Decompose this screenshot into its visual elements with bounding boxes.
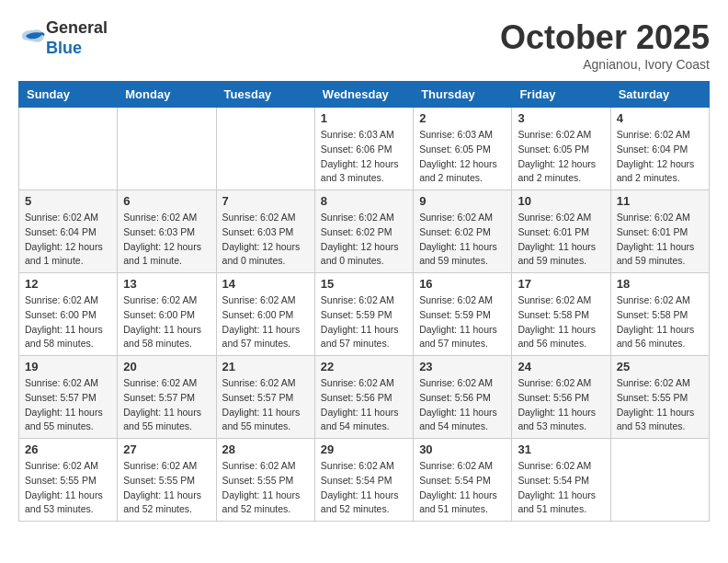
day-cell-31: 31Sunrise: 6:02 AM Sunset: 5:54 PM Dayli…: [512, 439, 610, 522]
day-number: 6: [123, 194, 210, 208]
logo-text: General Blue: [46, 18, 108, 58]
day-info: Sunrise: 6:03 AM Sunset: 6:05 PM Dayligh…: [419, 128, 506, 186]
weekday-header-thursday: Thursday: [414, 82, 512, 108]
day-cell-10: 10Sunrise: 6:02 AM Sunset: 6:01 PM Dayli…: [512, 190, 610, 273]
day-info: Sunrise: 6:02 AM Sunset: 5:59 PM Dayligh…: [321, 293, 407, 351]
day-cell-14: 14Sunrise: 6:02 AM Sunset: 6:00 PM Dayli…: [216, 273, 314, 356]
day-number: 9: [419, 194, 506, 208]
day-number: 26: [25, 442, 111, 456]
day-info: Sunrise: 6:02 AM Sunset: 5:57 PM Dayligh…: [123, 376, 210, 434]
empty-cell: [610, 439, 709, 522]
day-cell-3: 3Sunrise: 6:02 AM Sunset: 6:05 PM Daylig…: [512, 108, 610, 190]
weekday-header-tuesday: Tuesday: [216, 82, 314, 108]
day-number: 21: [222, 360, 309, 373]
day-number: 28: [222, 442, 309, 456]
location: Agnianou, Ivory Coast: [500, 57, 710, 72]
day-cell-25: 25Sunrise: 6:02 AM Sunset: 5:55 PM Dayli…: [610, 356, 709, 439]
day-number: 24: [518, 360, 604, 373]
day-cell-12: 12Sunrise: 6:02 AM Sunset: 6:00 PM Dayli…: [19, 273, 118, 356]
day-number: 3: [518, 111, 604, 125]
day-cell-28: 28Sunrise: 6:02 AM Sunset: 5:55 PM Dayli…: [216, 439, 314, 522]
day-number: 14: [222, 277, 309, 291]
day-info: Sunrise: 6:02 AM Sunset: 6:02 PM Dayligh…: [321, 211, 407, 269]
day-number: 1: [321, 111, 407, 125]
day-number: 4: [617, 111, 703, 125]
day-cell-4: 4Sunrise: 6:02 AM Sunset: 6:04 PM Daylig…: [610, 108, 709, 190]
day-cell-8: 8Sunrise: 6:02 AM Sunset: 6:02 PM Daylig…: [314, 190, 413, 273]
day-info: Sunrise: 6:02 AM Sunset: 5:55 PM Dayligh…: [617, 376, 703, 434]
day-info: Sunrise: 6:02 AM Sunset: 5:57 PM Dayligh…: [25, 376, 111, 434]
day-info: Sunrise: 6:02 AM Sunset: 5:57 PM Dayligh…: [222, 376, 309, 434]
week-row-2: 5Sunrise: 6:02 AM Sunset: 6:04 PM Daylig…: [19, 190, 710, 273]
day-number: 30: [419, 442, 506, 456]
day-info: Sunrise: 6:02 AM Sunset: 6:03 PM Dayligh…: [222, 211, 309, 269]
day-number: 15: [321, 277, 407, 291]
day-number: 18: [617, 277, 703, 291]
day-number: 20: [123, 360, 210, 373]
day-info: Sunrise: 6:02 AM Sunset: 5:58 PM Dayligh…: [518, 293, 604, 351]
day-number: 23: [419, 360, 506, 373]
day-cell-23: 23Sunrise: 6:02 AM Sunset: 5:56 PM Dayli…: [414, 356, 512, 439]
day-info: Sunrise: 6:02 AM Sunset: 5:55 PM Dayligh…: [222, 459, 309, 517]
logo-icon: [20, 29, 46, 49]
weekday-header-saturday: Saturday: [610, 82, 709, 108]
day-info: Sunrise: 6:02 AM Sunset: 5:55 PM Dayligh…: [25, 459, 111, 517]
day-info: Sunrise: 6:02 AM Sunset: 5:59 PM Dayligh…: [419, 293, 506, 351]
day-cell-11: 11Sunrise: 6:02 AM Sunset: 6:01 PM Dayli…: [610, 190, 709, 273]
weekday-header-monday: Monday: [118, 82, 216, 108]
day-number: 10: [518, 194, 604, 208]
day-cell-6: 6Sunrise: 6:02 AM Sunset: 6:03 PM Daylig…: [118, 190, 216, 273]
day-cell-22: 22Sunrise: 6:02 AM Sunset: 5:56 PM Dayli…: [314, 356, 413, 439]
calendar-table: SundayMondayTuesdayWednesdayThursdayFrid…: [18, 81, 710, 522]
day-info: Sunrise: 6:02 AM Sunset: 6:01 PM Dayligh…: [617, 211, 703, 269]
day-info: Sunrise: 6:02 AM Sunset: 6:00 PM Dayligh…: [123, 293, 210, 351]
weekday-header-sunday: Sunday: [19, 82, 118, 108]
week-row-5: 26Sunrise: 6:02 AM Sunset: 5:55 PM Dayli…: [19, 439, 710, 522]
weekday-header-wednesday: Wednesday: [314, 82, 413, 108]
day-cell-9: 9Sunrise: 6:02 AM Sunset: 6:02 PM Daylig…: [414, 190, 512, 273]
day-number: 13: [123, 277, 210, 291]
day-info: Sunrise: 6:02 AM Sunset: 6:02 PM Dayligh…: [419, 211, 506, 269]
day-cell-7: 7Sunrise: 6:02 AM Sunset: 6:03 PM Daylig…: [216, 190, 314, 273]
day-cell-21: 21Sunrise: 6:02 AM Sunset: 5:57 PM Dayli…: [216, 356, 314, 439]
day-info: Sunrise: 6:02 AM Sunset: 5:54 PM Dayligh…: [321, 459, 407, 517]
day-info: Sunrise: 6:02 AM Sunset: 6:05 PM Dayligh…: [518, 128, 604, 186]
day-cell-16: 16Sunrise: 6:02 AM Sunset: 5:59 PM Dayli…: [414, 273, 512, 356]
day-info: Sunrise: 6:02 AM Sunset: 5:58 PM Dayligh…: [617, 293, 703, 351]
day-number: 19: [25, 360, 111, 373]
day-number: 5: [25, 194, 111, 208]
empty-cell: [118, 108, 216, 190]
day-info: Sunrise: 6:02 AM Sunset: 5:54 PM Dayligh…: [419, 459, 506, 517]
day-info: Sunrise: 6:02 AM Sunset: 5:56 PM Dayligh…: [321, 376, 407, 434]
day-cell-13: 13Sunrise: 6:02 AM Sunset: 6:00 PM Dayli…: [118, 273, 216, 356]
day-info: Sunrise: 6:02 AM Sunset: 6:04 PM Dayligh…: [25, 211, 111, 269]
week-row-3: 12Sunrise: 6:02 AM Sunset: 6:00 PM Dayli…: [19, 273, 710, 356]
day-cell-15: 15Sunrise: 6:02 AM Sunset: 5:59 PM Dayli…: [314, 273, 413, 356]
day-cell-30: 30Sunrise: 6:02 AM Sunset: 5:54 PM Dayli…: [414, 439, 512, 522]
day-info: Sunrise: 6:02 AM Sunset: 6:04 PM Dayligh…: [617, 128, 703, 186]
day-number: 27: [123, 442, 210, 456]
day-number: 7: [222, 194, 309, 208]
day-number: 11: [617, 194, 703, 208]
day-cell-24: 24Sunrise: 6:02 AM Sunset: 5:56 PM Dayli…: [512, 356, 610, 439]
logo: General Blue: [18, 18, 108, 58]
day-cell-20: 20Sunrise: 6:02 AM Sunset: 5:57 PM Dayli…: [118, 356, 216, 439]
day-info: Sunrise: 6:02 AM Sunset: 6:00 PM Dayligh…: [222, 293, 309, 351]
month-title: October 2025: [500, 18, 710, 57]
day-info: Sunrise: 6:03 AM Sunset: 6:06 PM Dayligh…: [321, 128, 407, 186]
weekday-header-friday: Friday: [512, 82, 610, 108]
day-number: 29: [321, 442, 407, 456]
day-number: 22: [321, 360, 407, 373]
day-info: Sunrise: 6:02 AM Sunset: 5:54 PM Dayligh…: [518, 459, 604, 517]
day-number: 31: [518, 442, 604, 456]
day-number: 8: [321, 194, 407, 208]
day-number: 16: [419, 277, 506, 291]
day-cell-26: 26Sunrise: 6:02 AM Sunset: 5:55 PM Dayli…: [19, 439, 118, 522]
day-number: 12: [25, 277, 111, 291]
day-cell-17: 17Sunrise: 6:02 AM Sunset: 5:58 PM Dayli…: [512, 273, 610, 356]
day-info: Sunrise: 6:02 AM Sunset: 6:03 PM Dayligh…: [123, 211, 210, 269]
week-row-1: 1Sunrise: 6:03 AM Sunset: 6:06 PM Daylig…: [19, 108, 710, 190]
weekday-header-row: SundayMondayTuesdayWednesdayThursdayFrid…: [19, 82, 710, 108]
page-header: General Blue October 2025 Agnianou, Ivor…: [18, 18, 710, 72]
day-cell-29: 29Sunrise: 6:02 AM Sunset: 5:54 PM Dayli…: [314, 439, 413, 522]
